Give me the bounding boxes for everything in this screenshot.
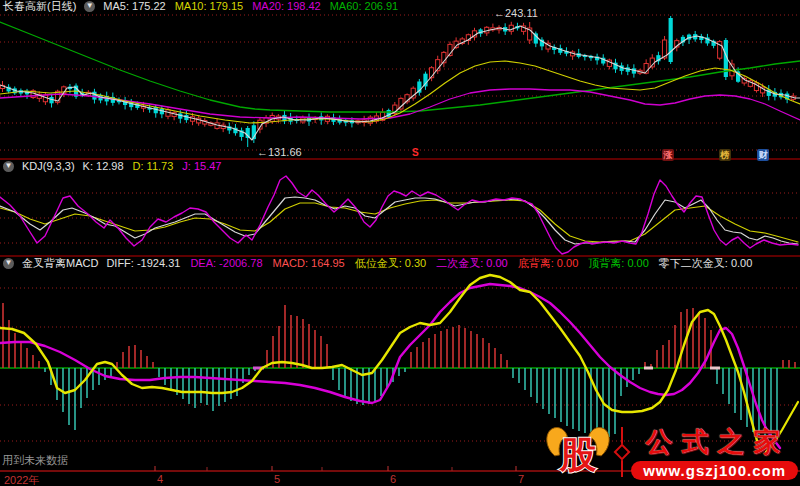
macd-value: 零下二次金叉: 0.00 [659,257,753,269]
macd-indicator-name[interactable]: 金叉背离MACD [22,257,98,269]
macd-value: MACD: 164.95 [273,257,345,269]
axis-year-label: 2022年 [4,473,39,486]
macd-value: DIFF: -1924.31 [106,257,180,269]
watermark-url[interactable]: www.gszj100.com [631,461,798,480]
macd-value: 低位金叉: 0.30 [355,257,427,269]
high-price-label: ←243.11 [494,7,538,19]
bull-logo-icon: 股 [543,425,613,479]
macd-value: 顶背离: 0.00 [588,257,649,269]
axis-month-label: 6 [390,473,396,485]
stock-app-window: 长春高新(日线) ▼ MA5: 175.22MA10: 179.15MA20: … [0,0,800,486]
chevron-down-icon[interactable]: ▼ [3,258,14,269]
axis-month-label: 7 [518,473,524,485]
macd-value: 底背离: 0.00 [518,257,579,269]
ma-value: MA20: 198.42 [252,0,321,12]
ad-badge[interactable]: 涨 [662,149,674,161]
watermark: 股 公式之家 www.gszj100.com [543,424,798,480]
low-price-label: ←131.66 [257,146,302,158]
kdj-header: ▼ KDJ(9,3,3) K: 12.98D: 11.73J: 15.47 [3,160,221,172]
macd-value: 二次金叉: 0.00 [436,257,508,269]
macd-values: DIFF: -1924.31DEA: -2006.78MACD: 164.95低… [106,257,752,269]
axis-month-label: 5 [274,473,280,485]
kdj-value: J: 15.47 [182,160,221,172]
kdj-indicator-name[interactable]: KDJ(9,3,3) [22,160,75,172]
ma-value: MA60: 206.91 [330,0,399,12]
ma-values: MA5: 175.22MA10: 179.15MA20: 198.42MA60:… [103,0,398,12]
ad-badge[interactable]: 榜 [719,149,731,161]
ma-value: MA5: 175.22 [103,0,165,12]
chart-canvas[interactable] [0,0,800,486]
axis-month-label: 4 [157,473,163,485]
chevron-down-icon[interactable]: ▼ [84,1,95,12]
sell-signal-marker: S [412,147,419,158]
macd-header: ▼ 金叉背离MACD DIFF: -1924.31DEA: -2006.78MA… [3,257,752,269]
ad-badge[interactable]: 财 [757,149,769,161]
kdj-value: K: 12.98 [83,160,124,172]
watermark-divider [615,427,629,477]
chevron-down-icon[interactable]: ▼ [3,161,14,172]
main-chart-header: 长春高新(日线) ▼ MA5: 175.22MA10: 179.15MA20: … [3,0,398,12]
macd-value: DEA: -2006.78 [190,257,262,269]
kdj-value: D: 11.73 [133,160,174,172]
watermark-title: 公式之家 [640,424,790,460]
logo-char: 股 [559,434,597,475]
kdj-values: K: 12.98D: 11.73J: 15.47 [83,160,222,172]
ma-value: MA10: 179.15 [175,0,244,12]
security-title[interactable]: 长春高新(日线) [3,0,76,12]
future-data-notice: 用到未来数据 [2,453,68,468]
diamond-icon [614,444,631,461]
